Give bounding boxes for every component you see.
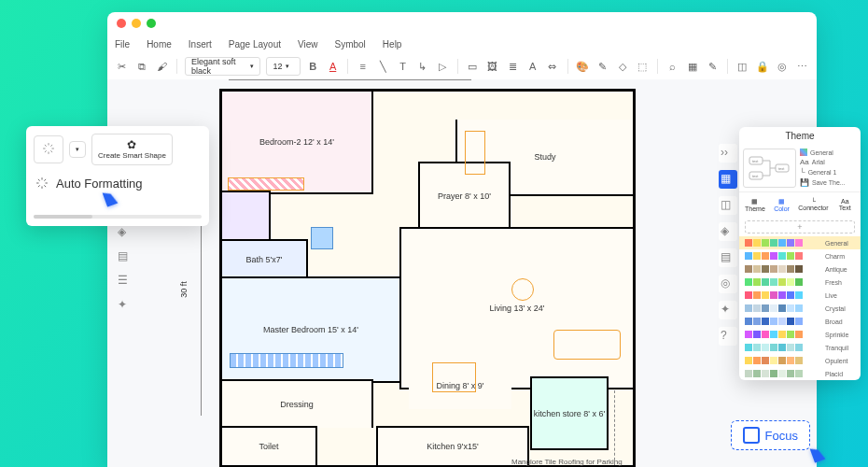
color-swatch[interactable] — [762, 239, 769, 247]
target-icon[interactable]: ◎ — [775, 58, 789, 75]
color-swatch[interactable] — [795, 304, 803, 312]
color-swatch[interactable] — [762, 265, 769, 273]
sparkle-button[interactable] — [34, 135, 63, 164]
color-swatch[interactable] — [787, 357, 794, 364]
color-swatch[interactable] — [795, 357, 803, 364]
color-swatch[interactable] — [770, 357, 777, 364]
tab-text[interactable]: AaText — [833, 196, 857, 214]
color-swatch[interactable] — [787, 291, 794, 299]
color-swatch[interactable] — [753, 344, 761, 351]
align-text-icon[interactable]: ≣ — [506, 58, 520, 75]
color-swatch[interactable] — [745, 357, 752, 364]
color-swatch[interactable] — [778, 331, 786, 338]
color-swatch[interactable] — [762, 344, 769, 351]
pen-icon[interactable]: ✎ — [705, 58, 719, 75]
theme-list-arial[interactable]: AaArial — [800, 158, 857, 166]
color-swatch[interactable] — [753, 318, 761, 325]
help-tab-icon[interactable]: ? — [719, 327, 737, 346]
distribute-icon[interactable]: ⇔ — [545, 58, 559, 75]
frame-icon[interactable]: ⬚ — [636, 58, 650, 75]
focus-button[interactable]: Focus — [731, 420, 810, 450]
menu-help[interactable]: Help — [383, 39, 402, 50]
color-swatch[interactable] — [770, 370, 777, 377]
room-kitchen[interactable]: Kitchen 9'x15' — [376, 426, 529, 465]
color-swatch[interactable] — [753, 291, 761, 299]
format-painter-icon[interactable]: 🖌 — [155, 58, 169, 75]
props-tab-icon[interactable]: ◈ — [719, 222, 737, 241]
color-swatch[interactable] — [787, 252, 794, 260]
ai-panel-icon[interactable]: ✦ — [118, 298, 133, 313]
expand-icon[interactable]: ›› — [719, 144, 737, 163]
menu-file[interactable]: File — [115, 39, 130, 50]
color-swatch[interactable] — [762, 331, 769, 338]
outline-panel-icon[interactable]: ☰ — [118, 274, 133, 289]
canvas[interactable]: Bedroom-2 12' x 14' Study Prayer 8' x 10… — [107, 79, 817, 467]
font-select[interactable]: Elegant soft black▾ — [185, 57, 260, 76]
add-theme-button[interactable]: + — [745, 220, 855, 234]
pointer-icon[interactable]: ▷ — [436, 58, 450, 75]
grid-icon[interactable]: ▦ — [685, 58, 699, 75]
swatch-row-placid[interactable]: Placid — [739, 367, 861, 380]
color-swatch[interactable] — [770, 331, 777, 338]
color-swatch[interactable] — [753, 370, 761, 377]
color-swatch[interactable] — [745, 239, 752, 247]
page-tab-icon[interactable]: ▤ — [719, 248, 737, 267]
swatch-row-crystal[interactable]: Crystal — [739, 302, 861, 315]
menu-page-layout[interactable]: Page Layout — [229, 39, 281, 50]
color-swatch[interactable] — [770, 304, 777, 312]
color-swatch[interactable] — [762, 304, 769, 312]
format-slider[interactable] — [34, 215, 202, 219]
font-size-select[interactable]: 12▾ — [266, 57, 300, 76]
swatch-row-fresh[interactable]: Fresh — [739, 276, 861, 289]
room-bath[interactable]: Bath 5'x7' — [220, 239, 308, 280]
color-swatch[interactable] — [778, 265, 786, 273]
color-swatch[interactable] — [762, 318, 769, 325]
swatch-row-antique[interactable]: Antique — [739, 262, 861, 276]
color-swatch[interactable] — [745, 304, 752, 312]
color-swatch[interactable] — [753, 265, 761, 273]
tab-theme[interactable]: ▦Theme — [743, 196, 767, 214]
swatch-row-live[interactable]: Live — [739, 289, 861, 302]
color-swatch[interactable] — [778, 239, 786, 247]
color-swatch[interactable] — [770, 265, 777, 273]
color-swatch[interactable] — [745, 291, 752, 299]
swatch-row-tranquil[interactable]: Tranquil — [739, 341, 861, 354]
color-swatch[interactable] — [770, 278, 777, 286]
color-swatch[interactable] — [770, 318, 777, 325]
color-swatch[interactable] — [745, 252, 752, 260]
theme-list-general1[interactable]: └General 1 — [800, 168, 857, 177]
color-swatch[interactable] — [753, 304, 761, 312]
line-icon[interactable]: ╲ — [376, 58, 390, 75]
floor-plan[interactable]: Bedroom-2 12' x 14' Study Prayer 8' x 10… — [219, 89, 636, 467]
theme-tab-icon[interactable]: ▦ — [719, 170, 737, 189]
color-swatch[interactable] — [795, 239, 803, 247]
color-swatch[interactable] — [787, 239, 794, 247]
color-swatch[interactable] — [795, 370, 803, 377]
color-swatch[interactable] — [745, 370, 752, 377]
traffic-light-close[interactable] — [117, 19, 126, 28]
swatch-row-opulent[interactable]: Opulent — [739, 354, 861, 367]
color-swatch[interactable] — [753, 252, 761, 260]
pages-panel-icon[interactable]: ▤ — [118, 249, 133, 264]
menu-symbol[interactable]: Symbol — [335, 39, 366, 50]
font-color-icon[interactable]: A — [326, 58, 340, 75]
connector-icon[interactable]: ↳ — [415, 58, 429, 75]
comments-tab-icon[interactable]: ◎ — [719, 275, 737, 293]
color-swatch[interactable] — [762, 278, 769, 286]
traffic-light-max[interactable] — [147, 19, 156, 28]
menu-home[interactable]: Home — [147, 39, 172, 50]
color-swatch[interactable] — [795, 331, 803, 338]
color-swatch[interactable] — [787, 370, 794, 377]
color-swatch[interactable] — [795, 265, 803, 273]
text-icon[interactable]: T — [396, 58, 410, 75]
color-swatch[interactable] — [770, 239, 777, 247]
crop-icon[interactable]: ◇ — [615, 58, 629, 75]
theme-list-save[interactable]: 💾Save The... — [800, 178, 857, 187]
color-swatch[interactable] — [753, 331, 761, 338]
swatch-row-general[interactable]: General — [739, 236, 861, 249]
tab-color[interactable]: ▦Color — [770, 196, 793, 214]
bold-icon[interactable]: B — [306, 58, 320, 75]
color-swatch[interactable] — [795, 278, 803, 286]
color-swatch[interactable] — [745, 318, 752, 325]
theme-preview-thumb[interactable]: texttexttext — [743, 149, 796, 188]
